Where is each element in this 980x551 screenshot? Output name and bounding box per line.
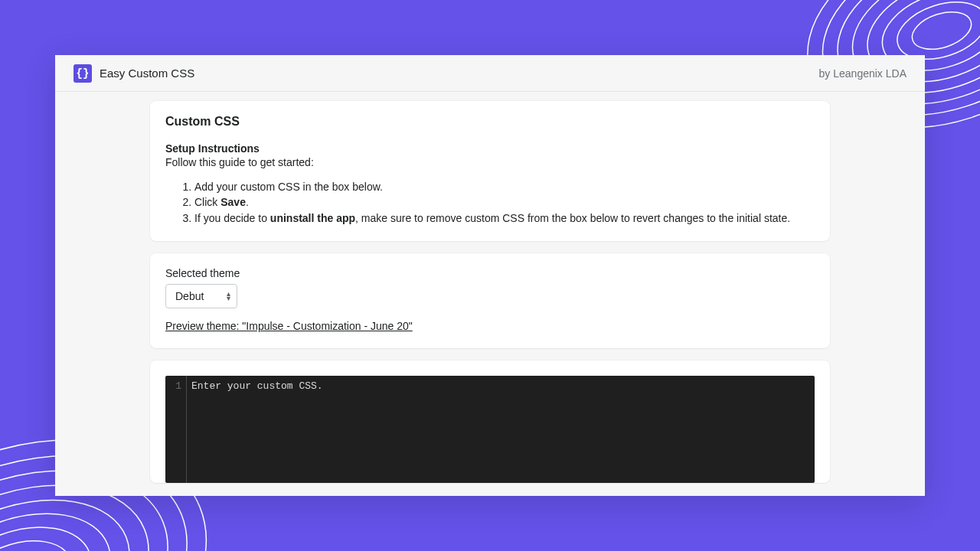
svg-point-16 <box>0 544 61 551</box>
svg-point-15 <box>0 525 84 551</box>
header-bar: {} Easy Custom CSS by Leangenix LDA <box>55 55 925 92</box>
step-2: Click Save. <box>194 194 815 210</box>
app-logo-icon: {} <box>74 64 92 83</box>
preview-theme-link[interactable]: Preview theme: "Impulse - Customization … <box>165 320 413 332</box>
setup-subtitle: Setup Instructions <box>165 142 815 155</box>
setup-follow-text: Follow this guide to get started: <box>165 156 815 168</box>
app-title: Easy Custom CSS <box>100 67 194 80</box>
css-textarea[interactable] <box>187 376 815 483</box>
card-title: Custom CSS <box>165 115 815 129</box>
code-editor: 1 <box>165 376 815 483</box>
byline: by Leangenix LDA <box>819 67 906 80</box>
app-window: {} Easy Custom CSS by Leangenix LDA Cust… <box>55 55 925 496</box>
theme-label: Selected theme <box>165 267 815 279</box>
instructions-card: Custom CSS Setup Instructions Follow thi… <box>150 101 830 241</box>
svg-point-7 <box>907 5 976 57</box>
step-1: Add your custom CSS in the box below. <box>194 179 815 194</box>
svg-point-14 <box>0 507 107 551</box>
theme-select[interactable]: Debut <box>165 284 237 308</box>
content-area: Custom CSS Setup Instructions Follow thi… <box>55 92 925 483</box>
editor-card: 1 <box>150 360 830 483</box>
line-gutter: 1 <box>165 376 187 483</box>
svg-point-13 <box>0 487 131 551</box>
step-3: If you decide to uninstall the app, make… <box>194 210 815 226</box>
theme-card: Selected theme Debut ▴▾ Preview theme: "… <box>150 253 830 348</box>
steps-list: Add your custom CSS in the box below. Cl… <box>165 179 815 226</box>
